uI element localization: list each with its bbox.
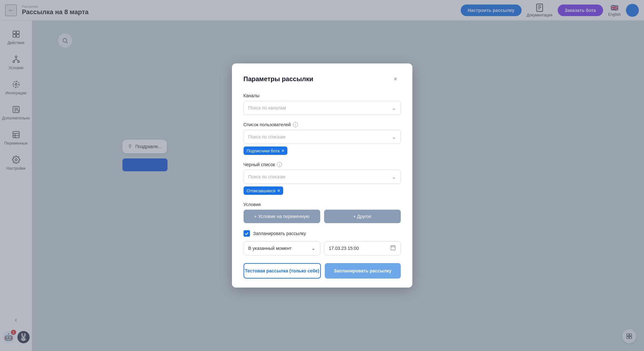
modal-overlay: Параметры рассылки × Каналы Поиск по кан… [0, 0, 644, 351]
blacklist-info-icon[interactable]: i [277, 162, 282, 167]
schedule-broadcast-button[interactable]: Запланировать рассылку [325, 263, 401, 279]
modal-dialog: Параметры рассылки × Каналы Поиск по кан… [232, 63, 412, 288]
user-list-placeholder: Поиск по спискам [248, 134, 285, 139]
blacklist-chevron-icon: ⌄ [392, 174, 396, 180]
schedule-date-value: 17.03.23 15:00 [329, 246, 359, 251]
schedule-date-input[interactable]: 17.03.23 15:00 [324, 241, 401, 255]
blacklist-section: Черный список i Поиск по спискам ⌄ Отпис… [244, 162, 401, 195]
user-list-select[interactable]: Поиск по спискам ⌄ [244, 130, 401, 144]
svg-rect-36 [391, 246, 395, 250]
schedule-type-value: В указанный момент [248, 246, 292, 251]
schedule-type-chevron-icon: ⌄ [312, 246, 315, 251]
conditions-label: Условия [244, 202, 401, 207]
channels-select[interactable]: Поиск по каналам ⌄ [244, 101, 401, 115]
user-list-tag: Подписчики бота × [244, 147, 288, 155]
channels-section: Каналы Поиск по каналам ⌄ [244, 93, 401, 115]
channels-chevron-icon: ⌄ [392, 105, 396, 111]
user-list-section: Список пользователей i Поиск по спискам … [244, 122, 401, 155]
channels-placeholder: Поиск по каналам [248, 105, 286, 110]
schedule-row: Запланировать рассылку [244, 230, 401, 237]
schedule-section: Запланировать рассылку В указанный момен… [244, 230, 401, 255]
blacklist-tag-label: Отписавшиеся [247, 188, 275, 193]
blacklist-select[interactable]: Поиск по спискам ⌄ [244, 170, 401, 184]
schedule-type-select[interactable]: В указанный момент ⌄ [244, 241, 320, 255]
test-broadcast-button[interactable]: Тестовая рассылка (только себе) [244, 263, 321, 279]
user-list-tag-label: Подписчики бота [247, 148, 280, 153]
user-list-tag-remove[interactable]: × [282, 148, 284, 153]
user-list-label: Список пользователей i [244, 122, 401, 127]
conditions-row: + Условие на переменную + Другое [244, 210, 401, 223]
user-list-chevron-icon: ⌄ [392, 134, 396, 140]
schedule-checkbox[interactable] [244, 230, 250, 237]
schedule-inputs: В указанный момент ⌄ 17.03.23 15:00 [244, 241, 401, 255]
channels-label: Каналы [244, 93, 401, 98]
blacklist-placeholder: Поиск по спискам [248, 174, 285, 179]
user-list-info-icon[interactable]: i [293, 122, 298, 127]
blacklist-tag-remove[interactable]: × [277, 188, 280, 193]
condition-other-button[interactable]: + Другое [324, 210, 401, 223]
calendar-icon [390, 245, 396, 252]
schedule-label: Запланировать рассылку [253, 231, 306, 236]
modal-close-button[interactable]: × [390, 74, 401, 84]
modal-header: Параметры рассылки × [244, 74, 401, 84]
modal-footer: Тестовая рассылка (только себе) Запланир… [244, 263, 401, 279]
blacklist-tag: Отписавшиеся × [244, 186, 284, 195]
condition-variable-button[interactable]: + Условие на переменную [244, 210, 320, 223]
modal-title: Параметры рассылки [244, 75, 313, 83]
blacklist-label: Черный список i [244, 162, 401, 167]
conditions-section: Условия + Условие на переменную + Другое [244, 202, 401, 223]
